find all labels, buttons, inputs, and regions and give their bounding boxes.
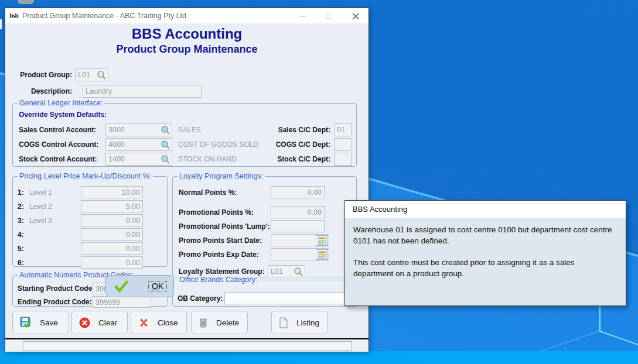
cogs-account-value: 4000 <box>108 140 125 149</box>
minimize-icon <box>299 16 306 16</box>
product-group-field[interactable]: L01 <box>75 68 108 81</box>
dialog-title: BBS Accounting <box>353 205 407 214</box>
level-3-name: Level 3 <box>29 217 81 225</box>
clear-icon <box>79 317 90 328</box>
desktop-icon-fragment <box>18 0 34 4</box>
stock-account-desc: STOCK ON HAND <box>178 155 237 163</box>
clear-button-label: Clear <box>98 318 117 327</box>
ob-category-label: OB Category: <box>178 294 224 303</box>
level-4-value: 0.00 <box>126 231 140 239</box>
level-1-num: 1: <box>18 188 29 197</box>
description-field[interactable]: Laundry <box>83 85 202 98</box>
close-button[interactable] <box>342 8 369 23</box>
pricing-level-section: Pricing Level Price Mark-Up/Discount %: … <box>12 172 168 267</box>
promo-lump-field[interactable] <box>271 220 325 232</box>
clear-button[interactable]: Clear <box>71 311 128 334</box>
cogs-dept-field[interactable] <box>334 138 352 151</box>
dialog-message-1: Warehouse 01 is assigned to cost centre … <box>353 225 616 247</box>
product-group-lookup-button[interactable] <box>97 70 107 80</box>
ob-category-legend: Office Brands Category: <box>178 276 259 284</box>
wallpaper-bright-strip <box>0 351 638 364</box>
status-bar <box>5 339 369 352</box>
promo-points-field[interactable]: 0.00 <box>271 206 325 218</box>
listing-button-label: Listing <box>296 318 319 327</box>
sales-dept-label: Sales C/C Dept: <box>272 126 330 134</box>
loyalty-section: Loyalty Program Settings: Normal Points … <box>172 172 357 277</box>
cursor-artifact <box>0 19 2 29</box>
sales-account-desc: SALES <box>178 126 201 134</box>
magnifier-icon <box>161 140 170 150</box>
bsb-app-icon: bsb <box>9 11 19 21</box>
level-6-field[interactable]: 0.00 <box>81 256 143 269</box>
ok-button[interactable]: OK <box>105 275 174 297</box>
promo-exp-date-field[interactable] <box>271 248 329 260</box>
promo-start-date-picker-button[interactable] <box>316 235 328 246</box>
dialog-message-2: This cost centre must be created prior t… <box>353 257 616 280</box>
override-defaults-label: Override System Defaults: <box>19 111 107 119</box>
ending-code-field[interactable]: 399999 <box>93 296 151 308</box>
wallpaper-beam-diagonal <box>600 331 638 345</box>
cogs-account-field[interactable]: 4000 <box>105 138 172 151</box>
ob-category-field[interactable] <box>224 292 352 304</box>
sales-account-value: 3000 <box>108 126 125 134</box>
promo-exp-date-label: Promo Points Exp Date: <box>179 250 271 259</box>
promo-start-date-label: Promo Points Start Date: <box>179 236 271 245</box>
level-3-field[interactable]: 0.00 <box>81 214 143 226</box>
wallpaper-beam-vertical <box>599 305 601 332</box>
listing-button[interactable]: Listing <box>271 311 327 334</box>
level-4-num: 4: <box>18 231 29 239</box>
window-titlebar[interactable]: bsb Product Group Maintenance - ABC Trad… <box>5 8 369 23</box>
promo-points-label: Promotional Points %: <box>179 208 271 217</box>
magnifier-icon <box>97 70 107 80</box>
magnifier-icon <box>161 125 170 135</box>
general-ledger-legend: General Ledger Interface: <box>18 99 104 107</box>
promo-start-date-field[interactable] <box>271 234 329 246</box>
starting-code-label: Starting Product Code: <box>18 284 93 293</box>
product-group-maintenance-window: bsb Product Group Maintenance - ABC Trad… <box>5 8 369 351</box>
level-2-field[interactable]: 5.00 <box>81 200 143 212</box>
calendar-icon <box>318 237 326 245</box>
status-message-box <box>23 341 352 351</box>
window-title: Product Group Maintenance - ABC Trading … <box>22 12 186 20</box>
dialog-titlebar[interactable]: BBS Accounting <box>345 201 626 218</box>
maximize-button[interactable] <box>316 8 342 23</box>
stock-account-lookup-button[interactable] <box>161 154 170 164</box>
sales-account-field[interactable]: 3000 <box>105 123 172 136</box>
cogs-account-lookup-button[interactable] <box>161 140 170 150</box>
page-title: BBS Accounting <box>5 26 369 42</box>
close-window-button[interactable]: Close <box>131 311 187 334</box>
level-1-field[interactable]: 10.00 <box>81 186 143 198</box>
level-3-value: 0.00 <box>126 217 140 225</box>
level-1-name: Level 1 <box>29 188 81 197</box>
promo-lump-label: Promotional Points 'Lump': <box>179 222 271 231</box>
close-window-button-label: Close <box>158 318 178 327</box>
description-label: Description: <box>10 87 72 95</box>
green-check-icon <box>114 280 128 293</box>
save-button[interactable]: Save <box>12 311 69 334</box>
normal-points-field[interactable]: 0.00 <box>271 186 325 198</box>
level-6-value: 0.00 <box>126 259 140 267</box>
level-2-value: 5.00 <box>126 202 140 211</box>
pricing-level-legend: Pricing Level Price Mark-Up/Discount %: <box>18 172 153 180</box>
trash-icon <box>199 317 208 328</box>
normal-points-label: Normal Points %: <box>179 188 271 197</box>
level-4-field[interactable]: 0.00 <box>81 228 143 241</box>
minimize-button[interactable] <box>289 8 316 23</box>
ob-category-section: Office Brands Category: OB Category: <box>172 276 357 307</box>
level-2-num: 2: <box>18 202 29 211</box>
stock-account-field[interactable]: 1400 <box>105 153 172 166</box>
magnifier-icon <box>161 154 170 164</box>
sales-dept-field[interactable]: 01 <box>334 123 352 136</box>
level-5-field[interactable]: 0.00 <box>81 242 143 255</box>
warning-dialog: BBS Accounting Warehouse 01 is assigned … <box>344 200 626 306</box>
close-icon <box>352 13 359 19</box>
delete-button[interactable]: Delete <box>191 311 248 334</box>
statement-group-value: L01 <box>271 267 283 276</box>
dialog-body: Warehouse 01 is assigned to cost centre … <box>345 218 626 280</box>
sales-account-lookup-button[interactable] <box>161 125 170 135</box>
stock-dept-field[interactable] <box>334 153 352 166</box>
promo-exp-date-picker-button[interactable] <box>316 249 328 260</box>
sales-dept-value: 01 <box>337 126 345 134</box>
cogs-dept-label: COGS C/C Dept: <box>272 140 330 149</box>
stock-account-value: 1400 <box>108 155 125 163</box>
